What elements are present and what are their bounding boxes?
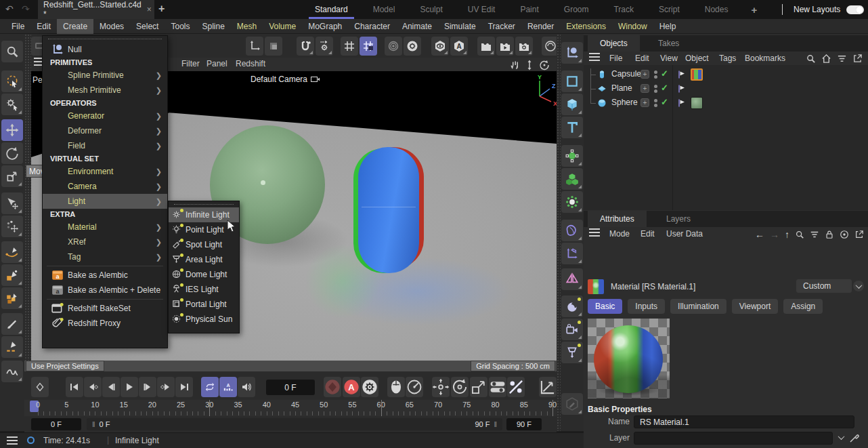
status-menu-icon[interactable] <box>7 440 18 441</box>
mouse-interaction-button[interactable] <box>387 377 405 397</box>
menu-item-generator[interactable]: Generator❯ <box>43 108 167 123</box>
visibility-dot-editor[interactable] <box>654 70 657 74</box>
submenu-item-ies-light[interactable]: IES Light <box>169 282 239 297</box>
toolbar-boxsel-button[interactable] <box>265 37 282 56</box>
range-end-field[interactable]: 90 F <box>506 418 542 430</box>
create-fieldaxis-button[interactable] <box>561 243 583 264</box>
attr-menu-icons[interactable]: ←→↑ <box>755 230 864 239</box>
menu-item-field[interactable]: Field❯ <box>43 138 167 153</box>
material-preview[interactable] <box>588 319 670 399</box>
menu-character[interactable]: Character <box>348 19 396 34</box>
menu-item-null[interactable]: Null <box>43 42 167 57</box>
visibility-dot-render[interactable] <box>654 75 657 79</box>
menu-item-environment[interactable]: Environment❯ <box>43 164 167 179</box>
attr-tab-inputs[interactable]: Inputs <box>628 299 665 314</box>
next-key-button[interactable] <box>157 377 175 397</box>
menu-modes[interactable]: Modes <box>93 19 130 34</box>
key-position-button[interactable] <box>432 377 450 397</box>
create-bean-button[interactable] <box>561 220 583 241</box>
viewport-menu-filter[interactable]: Filter <box>181 59 200 68</box>
menu-window[interactable]: Window <box>612 19 653 34</box>
menu-item-tag[interactable]: Tag❯ <box>43 249 167 264</box>
undo-icon[interactable]: ↶ <box>5 3 14 14</box>
go-to-end-button[interactable] <box>175 377 193 397</box>
toolbar-rings-button[interactable] <box>385 37 402 56</box>
keyframe-button[interactable] <box>31 377 49 397</box>
enabled-check-icon[interactable]: ✓ <box>661 68 668 79</box>
object-row-sphere[interactable]: Sphere+✓ <box>584 96 868 110</box>
menu-tracker[interactable]: Tracker <box>482 19 521 34</box>
material-tag-thumbnail[interactable] <box>691 97 703 109</box>
tool-scale-button[interactable] <box>1 165 23 187</box>
tab-objects[interactable]: Objects <box>588 35 640 52</box>
toolbar-film2-button[interactable] <box>496 37 514 56</box>
objects-menu-tags[interactable]: Tags <box>719 54 736 63</box>
create-grncloner-button[interactable] <box>561 145 583 167</box>
attr-tab-assign[interactable]: Assign <box>783 299 823 314</box>
mode-select[interactable]: Custom <box>796 279 852 293</box>
workspace-tab-script[interactable]: Script <box>657 0 682 19</box>
menu-tools[interactable]: Tools <box>165 19 196 34</box>
menu-simulate[interactable]: Simulate <box>438 19 482 34</box>
attr-tab-basic[interactable]: Basic <box>588 299 622 314</box>
material-thumbnail[interactable] <box>588 279 604 294</box>
close-tab-icon[interactable]: × <box>147 5 152 14</box>
objects-menu-file[interactable]: File <box>609 54 622 63</box>
timeline-ruler[interactable]: 051015202530354045505560657075808590 <box>24 400 557 416</box>
create-nullaxis-button[interactable] <box>561 42 583 64</box>
menu-item-spline-primitive[interactable]: Spline Primitive❯ <box>43 68 167 83</box>
menu-file[interactable]: File <box>5 19 30 34</box>
range-slider[interactable]: ‖0 F 90 F‖ <box>87 418 502 430</box>
redo-icon[interactable]: ↷ <box>22 3 30 14</box>
range-start-field[interactable]: 0 F <box>31 418 81 430</box>
visibility-dot-editor[interactable] <box>654 85 657 88</box>
create-grncubes-button[interactable] <box>561 168 583 190</box>
submenu-item-dome-light[interactable]: Dome Light <box>169 267 239 282</box>
submenu-tear-off[interactable] <box>174 204 234 206</box>
objects-menu-view[interactable]: View <box>660 54 678 63</box>
workspace-tab-sculpt[interactable]: Sculpt <box>418 0 444 19</box>
capsule-object[interactable] <box>358 147 419 273</box>
material-tag-thumbnail[interactable] <box>691 68 703 81</box>
display-tag-icon[interactable] <box>677 84 687 94</box>
menu-item-redshift-proxy[interactable]: Redshift Proxy <box>43 316 167 331</box>
menu-help[interactable]: Help <box>653 19 682 34</box>
attr-menu-edit[interactable]: Edit <box>641 229 655 239</box>
toolbar-grid-button[interactable] <box>341 37 358 56</box>
create-areal-button[interactable] <box>561 342 583 363</box>
expand-button[interactable]: + <box>641 98 649 107</box>
menu-volume[interactable]: Volume <box>263 19 302 34</box>
toolbar-axisL-button[interactable] <box>246 37 263 56</box>
tool-lasso-button[interactable] <box>1 70 23 92</box>
workspace-tab-model[interactable]: Model <box>371 0 397 19</box>
create-cam-button[interactable] <box>561 319 583 340</box>
new-layouts-toggle[interactable] <box>846 5 864 14</box>
workspace-tab-groom[interactable]: Groom <box>562 0 591 19</box>
toolbar-film3-button[interactable] <box>515 37 533 56</box>
toolbar-magnet-button[interactable] <box>297 37 314 56</box>
visibility-dot-editor[interactable] <box>654 99 657 102</box>
submenu-item-spot-light[interactable]: Spot Light <box>169 237 239 252</box>
toolbar-gearcircle-button[interactable] <box>404 37 421 56</box>
add-tab-button[interactable]: + <box>158 3 165 15</box>
toolbar-hexeye-button[interactable] <box>431 37 449 56</box>
menu-item-mesh-primitive[interactable]: Mesh Primitive❯ <box>43 83 167 98</box>
submenu-item-area-light[interactable]: Area Light <box>169 252 239 267</box>
toolbar-gridlock-button[interactable] <box>360 37 377 56</box>
attr-tab-illumination[interactable]: Illumination <box>670 299 726 314</box>
tool-squiggle-button[interactable] <box>1 361 23 382</box>
expand-button[interactable]: + <box>641 84 649 93</box>
attr-menu-mode[interactable]: Mode <box>609 229 630 239</box>
current-frame-field[interactable]: 0 F <box>266 380 315 395</box>
tab-layers[interactable]: Layers <box>654 211 703 227</box>
create-bluesquare-button[interactable] <box>561 70 583 92</box>
tool-curmove-button[interactable] <box>1 192 23 214</box>
tool-cubespen-button[interactable] <box>1 287 23 309</box>
create-grngear-button[interactable] <box>561 191 583 213</box>
project-settings-label[interactable]: Use Project Settings <box>26 361 104 371</box>
key-scale-button[interactable] <box>470 377 487 397</box>
workspace-add-button[interactable]: + <box>751 4 757 16</box>
tab-attributes[interactable]: Attributes <box>588 211 647 227</box>
record-keyframe-button[interactable] <box>324 377 341 397</box>
workspace-tab-track[interactable]: Track <box>611 0 636 19</box>
